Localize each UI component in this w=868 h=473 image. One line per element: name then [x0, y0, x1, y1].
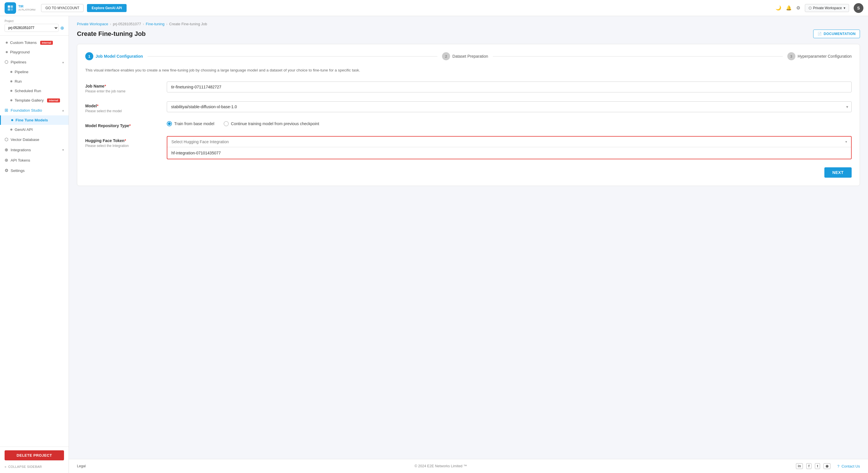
job-name-label: Job Name*: [85, 84, 160, 88]
logo-text: TIR: [19, 5, 35, 8]
api-tokens-icon: ⊛: [5, 158, 8, 163]
hf-select-input[interactable]: [172, 139, 845, 144]
dot-icon: [10, 99, 12, 101]
sidebar-group-label: Pipelines: [11, 60, 26, 64]
svg-rect-2: [8, 8, 10, 11]
vector-db-icon: ⬡: [5, 137, 8, 142]
breadcrumb-finetuning[interactable]: Fine-tuning: [146, 22, 164, 26]
workspace-grid-icon: ⬡: [809, 6, 811, 10]
radio-train-circle: [167, 121, 172, 126]
page-title: Create Fine-tuning Job: [77, 30, 146, 38]
sidebar-item-label: Custom Tokens: [10, 40, 37, 45]
sidebar-item-pipelines[interactable]: ⬡ Pipelines ▴: [0, 57, 69, 67]
repo-type-label: Model Repository Type*: [85, 123, 160, 128]
footer-social: in f t ◉: [796, 463, 831, 469]
add-project-icon[interactable]: ⊕: [60, 25, 64, 31]
stepper: 1 Job Model Configuration 2 Dataset Prep…: [85, 52, 851, 60]
sidebar-item-scheduled-run[interactable]: Scheduled Run: [0, 86, 69, 96]
step-3: 3 Hyperparameter Configuration: [787, 52, 851, 60]
contact-link[interactable]: Contact Us: [842, 464, 860, 468]
sidebar-item-run[interactable]: Run: [0, 76, 69, 86]
sidebar-item-playground[interactable]: Playground: [0, 48, 69, 57]
sidebar-item-settings[interactable]: ⚙ Settings: [0, 165, 69, 176]
repo-type-row: Model Repository Type* Train from base m…: [85, 121, 851, 128]
sidebar-item-label: Fine Tune Models: [16, 118, 48, 122]
next-button[interactable]: NEXT: [825, 167, 851, 178]
radio-continue-checkpoint[interactable]: Continue training model from previous ch…: [224, 121, 319, 126]
model-select[interactable]: stabilityai/stable-diffusion-xl-base-1.0…: [167, 101, 851, 112]
rss-icon[interactable]: ◉: [824, 463, 830, 469]
logo: TIR AI PLATFORM: [5, 2, 35, 14]
hf-dropdown-wrapper: ▾ hf-integration-07101435077: [167, 136, 851, 159]
sidebar-item-label: Pipeline: [14, 70, 28, 74]
page-body: Private Workspace › prj-05281051077 › Fi…: [69, 16, 868, 459]
docs-icon: 📄: [817, 32, 822, 36]
radio-train-base[interactable]: Train from base model: [167, 121, 214, 126]
collapse-icon: «: [5, 465, 7, 468]
footer-legal[interactable]: Legal: [77, 464, 86, 468]
notifications-icon[interactable]: 🔔: [786, 5, 792, 11]
workspace-button[interactable]: ⬡ Private Workspace ▾: [805, 4, 849, 12]
sidebar-group-label: Settings: [11, 168, 25, 173]
project-dropdown[interactable]: prj-05281051077: [5, 24, 59, 32]
sidebar-group-label: Vector Database: [11, 137, 39, 142]
hf-token-row: Hugging Face Token* Please select the In…: [85, 136, 851, 159]
step-2-label: Dataset Preparation: [453, 54, 488, 59]
sidebar-item-custom-tokens[interactable]: Custom Tokens Internal: [0, 38, 69, 48]
user-avatar[interactable]: S: [854, 3, 863, 13]
step-1-label: Job Model Configuration: [96, 54, 143, 59]
wizard-description: This visual interface enables you to cre…: [85, 67, 851, 73]
job-name-row: Job Name* Please enter the job name: [85, 82, 851, 93]
dot-icon: [10, 81, 12, 83]
settings-icon: ⚙: [5, 168, 8, 173]
sidebar-item-template-gallery[interactable]: Template Gallery Internal: [0, 96, 69, 105]
sidebar-item-vector-database[interactable]: ⬡ Vector Database: [0, 134, 69, 145]
job-name-control: [167, 82, 851, 92]
svg-rect-3: [11, 8, 13, 11]
twitter-icon[interactable]: t: [815, 463, 820, 469]
sidebar-item-foundation-studio[interactable]: ⊞ Foundation Studio ▴: [0, 105, 69, 115]
documentation-button[interactable]: 📄 DOCUMENTATION: [813, 30, 860, 38]
sidebar-item-genai-api[interactable]: GenAI API: [0, 125, 69, 134]
dot-icon: [10, 129, 12, 131]
breadcrumb-sep: ›: [110, 22, 111, 26]
step-2: 2 Dataset Preparation: [442, 52, 488, 60]
radio-continue-circle: [224, 121, 229, 126]
breadcrumb-sep: ›: [166, 22, 167, 26]
hf-select-trigger[interactable]: ▾: [167, 137, 851, 147]
step-2-circle: 2: [442, 52, 450, 60]
breadcrumb-workspace[interactable]: Private Workspace: [77, 22, 108, 26]
project-selector: Project prj-05281051077 ⊕: [0, 16, 69, 36]
explore-genai-button[interactable]: Explore GenAI API: [87, 4, 127, 12]
step-line-1: [148, 56, 437, 57]
settings-icon[interactable]: ⚙: [796, 5, 800, 11]
project-label: Project: [5, 20, 64, 23]
sidebar-item-pipeline[interactable]: Pipeline: [0, 67, 69, 76]
sidebar-group-label: Integrations: [11, 148, 31, 152]
facebook-icon[interactable]: f: [806, 463, 811, 469]
pipelines-icon: ⬡: [5, 59, 8, 65]
workspace-chevron-icon: ▾: [844, 6, 845, 10]
workspace-label: Private Workspace: [813, 6, 842, 10]
repo-type-label-col: Model Repository Type*: [85, 121, 160, 128]
job-name-input[interactable]: [167, 82, 851, 92]
hf-integration-option[interactable]: hf-integration-07101435077: [167, 147, 851, 159]
sidebar-item-label: GenAI API: [14, 127, 33, 132]
breadcrumb-current: Create Fine-tuning Job: [169, 22, 207, 26]
sidebar-group-label: API Tokens: [11, 158, 30, 162]
logo-subtext: AI PLATFORM: [19, 8, 35, 11]
sidebar-item-integrations[interactable]: ⊕ Integrations ▾: [0, 145, 69, 155]
collapse-sidebar-button[interactable]: « COLLAPSE SIDEBAR: [5, 464, 64, 470]
model-row: Model* Please select the model stability…: [85, 101, 851, 113]
sidebar-group-label: Foundation Studio: [11, 108, 42, 113]
linkedin-icon[interactable]: in: [796, 463, 803, 469]
footer-contact: ? Contact Us: [837, 464, 860, 468]
sidebar-item-fine-tune-models[interactable]: Fine Tune Models: [0, 115, 69, 125]
dot-icon: [6, 51, 8, 53]
delete-project-button[interactable]: DELETE PROJECT: [5, 450, 64, 461]
go-to-myaccount-button[interactable]: GO TO MYACCOUNT: [41, 4, 84, 12]
sidebar-item-api-tokens[interactable]: ⊛ API Tokens: [0, 155, 69, 165]
repo-type-req: *: [129, 123, 131, 128]
sidebar-item-label: Playground: [10, 50, 30, 54]
dark-mode-icon[interactable]: 🌙: [776, 5, 781, 11]
